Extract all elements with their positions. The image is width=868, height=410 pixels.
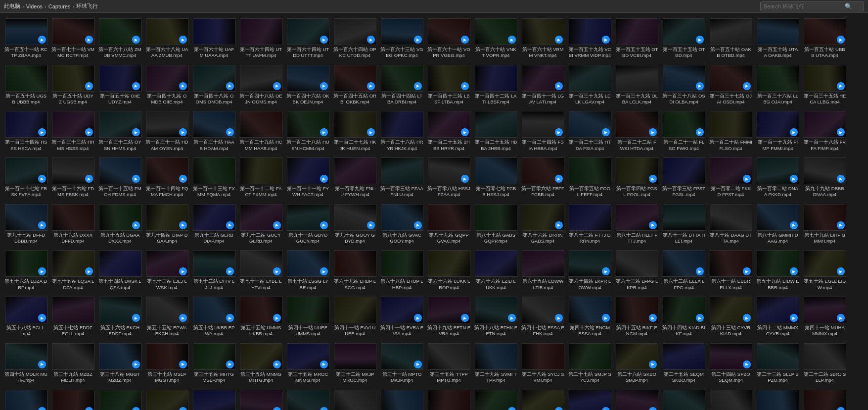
file-item[interactable]: ▶ 第一百三十二站 OYSN HHMS.mp4	[97, 108, 143, 154]
search-box[interactable]: 🔍	[760, 1, 864, 11]
file-item[interactable]: 第十三站 WSSS WIII.mp4	[379, 387, 425, 410]
file-item[interactable]: ▶ 第九十九站 DBBB DNAA.mp4	[802, 155, 848, 201]
file-item[interactable]: ▶ 第一百二十五站 2HBB HRYR.mp4	[426, 108, 472, 154]
file-item[interactable]: ▶ 第一百一十八站 FVFA FIMP.mp4	[802, 108, 848, 154]
file-item[interactable]: ▶ 第一百二十七站 HKJK HUEN.mp4	[332, 108, 378, 154]
file-item[interactable]: ▶ 第四十八站 EFHK EETN.mp4	[473, 294, 519, 340]
file-item[interactable]: ▶ 第一百二十四站 FSIA HBBA.mp4	[520, 108, 566, 154]
file-item[interactable]: 第一百三十六站 LLBG OJAI.mp4	[755, 62, 801, 108]
file-item[interactable]: 第六十三站 LFPG LKPR.mp4	[614, 248, 660, 293]
file-item[interactable]: 第六十六站 LZIB LUKK.mp4	[473, 248, 519, 293]
file-item[interactable]: ▶ 第一百七十一站 VMMC RCTP.mp4	[50, 16, 96, 61]
file-item[interactable]: 第八十三站 FTTJ DRRN.mp4	[567, 202, 613, 247]
file-item[interactable]: ▶ 第五十五站 UMMS UKBB.mp4	[238, 294, 284, 340]
file-item[interactable]: 第二十五站 SEQM SKBO.mp4	[661, 341, 707, 386]
file-item[interactable]: ▶ 第十九站 SAEZ SUMU.mp4	[97, 387, 143, 410]
file-item[interactable]: ▶ 第一百零八站 HSSJ FZAA.mp4	[426, 155, 472, 201]
file-item[interactable]: 第一百五十五站 OTBD VCBI.mp4	[614, 16, 660, 61]
file-item[interactable]: ▶ 第五十八站 EGLL.mp4	[3, 294, 49, 340]
file-item[interactable]: ▶ 第一百三十三站 HHMS HSSS.mp4	[50, 108, 96, 154]
file-item[interactable]: ▶ 第一百五十五站 OTBD.mp4	[661, 16, 707, 61]
file-item[interactable]: 第六十八站 LROP LHBP.mp4	[379, 248, 425, 293]
breadcrumb[interactable]: 此电脑 › Videos › Captures › 环球飞行	[4, 2, 757, 10]
file-item[interactable]: ▶ 第一百五十站 UDYZ UGSB.mp4	[50, 62, 96, 108]
breadcrumb-pc[interactable]: 此电脑	[4, 2, 20, 10]
file-item[interactable]: ▶ 第一百四十六站 OKBK OEJN.mp4	[285, 62, 331, 108]
file-item[interactable]: 第四十一站 UUEE UMMS.mp4	[285, 294, 331, 340]
file-item[interactable]: 第八十站 DAAG DTTA.mp4	[708, 202, 754, 247]
file-item[interactable]: 第二十九站 SVMI TTPP.mp4	[473, 341, 519, 386]
file-item[interactable]: 第一百二十五站 HBBA 2HBB.mp4	[473, 108, 519, 154]
file-item[interactable]: 第二十二站 SBRJ SLLP.mp4	[802, 341, 848, 386]
file-item[interactable]: ▶ 第十五站 WPDL YMML.mp4	[285, 387, 331, 410]
file-item[interactable]: ▶ 第九站 VDPP RPLL.mp4	[567, 387, 613, 410]
file-item[interactable]: ▶ 第四十六站 ENGM ESSA.mp4	[567, 294, 613, 340]
search-icon[interactable]: 🔍	[845, 3, 852, 10]
file-item[interactable]: ▶ 第九十站 GOOY GBYD.mp4	[332, 202, 378, 247]
file-item[interactable]: 第二十八站 SYCJ SVMI.mp4	[520, 341, 566, 386]
file-item[interactable]: ▶ 第一百一十九站 FIMP FMMI.mp4	[755, 108, 801, 154]
file-item[interactable]: ▶ 第一百六十一站 VOPR VGEG.mp4	[426, 16, 472, 61]
file-item[interactable]: ▶ 第一百六十三站 VGEG OPKC.mp4	[379, 16, 425, 61]
file-item[interactable]: 第十四站 WIII WPDL.mp4	[332, 387, 378, 410]
file-item[interactable]: ▶ 第二十一站 SGAS SBRJ.mp4	[3, 387, 49, 410]
file-item[interactable]: 第六十五站 LOWW LZIB.mp4	[520, 248, 566, 293]
file-item[interactable]: ▶ 第一百六十站 VRMM VNKT.mp4	[520, 16, 566, 61]
file-item[interactable]: ▶ 第十六站 YMML NZWN.mp4	[238, 387, 284, 410]
file-item[interactable]: ▶ 第一百三十四站 HSSS HECA.mp4	[3, 108, 49, 154]
file-item[interactable]: ▶ 第一百六十八站 ZMUB VMMC.mp4	[97, 16, 143, 61]
file-item[interactable]: ▶ 第八十九站 GVAC GOOY.mp4	[379, 202, 425, 247]
file-item[interactable]: 第八十七站 GABS GQPP.mp4	[473, 202, 519, 247]
file-item[interactable]: 第一百一十二站 FACT FXMM.mp4	[238, 155, 284, 201]
file-item[interactable]: ▶ 第一百二十八站 HUEN HCMM.mp4	[285, 108, 331, 154]
file-item[interactable]: ▶ 第一百四十八站 OEJN OOMS.mp4	[238, 62, 284, 108]
file-item[interactable]: ▶ 第一百二十三站 HTDA FSIA.mp4	[567, 108, 613, 154]
file-item[interactable]: ▶ 第三十七站 MSLP MGGT.mp4	[144, 341, 190, 386]
file-item[interactable]: ▶ 第一百三十五站 HECA LLBG.mp4	[802, 62, 848, 108]
file-item[interactable]: 第八十九站 GQPP GVAC.mp4	[426, 202, 472, 247]
file-item[interactable]: ▶ 第九十七站 DFFD DBBB.mp4	[3, 202, 49, 247]
file-item[interactable]: 第三十九站 MZBZ MDLR.mp4	[50, 341, 96, 386]
file-item[interactable]: ▶ 第六十一站 EBBR ELLX.mp4	[708, 248, 754, 293]
file-item[interactable]: 第六站 VVNB VTBS.mp4	[661, 387, 707, 410]
file-item[interactable]: ▶ 第一百三十八站 OSDI OLBA.mp4	[661, 62, 707, 108]
file-item[interactable]: 第十二站 WBSB WSSS.mp4	[426, 387, 472, 410]
file-item[interactable]: 第一百零五站 FOOL FEFF.mp4	[567, 155, 613, 201]
file-item[interactable]: ▶ 第一百一十五站 FMCH FDMS.mp4	[97, 155, 143, 201]
file-item[interactable]: 第一百零九站 FNLU FYWH.mp4	[332, 155, 378, 201]
file-item[interactable]: 第一百二十九站 HCMM HAAB.mp4	[238, 108, 284, 154]
file-item[interactable]: 第一百四十二站 LATI LBSF.mp4	[473, 62, 519, 108]
file-item[interactable]: ▶ 第六十二站 ELLX LFPG.mp4	[661, 248, 707, 293]
file-item[interactable]: ▶ 第十一站 WMKK WBSB.mp4	[473, 387, 519, 410]
file-item[interactable]: 第一百二十站 FMMI FLSO.mp4	[708, 108, 754, 154]
breadcrumb-captures[interactable]: Captures	[48, 3, 71, 9]
file-item[interactable]: ▶ 第四十一站 EVRA EVVI.mp4	[379, 294, 425, 340]
file-item[interactable]: ▶ 第七十六站 LDZA LIRF.mp4	[3, 248, 49, 293]
file-item[interactable]: ▶ 第一百二十二站 FWKI HTDA.mp4	[614, 108, 660, 154]
file-item[interactable]: ▶ 第二十站 SUMU SGAS.mp4	[50, 387, 96, 410]
file-item[interactable]: 第二十三站 SLLP SPZO.mp4	[755, 341, 801, 386]
file-item[interactable]: ▶ 第一百零四站 FGSL FOOL.mp4	[614, 155, 660, 201]
file-item[interactable]: 第一百零七站 FCBB HSSJ.mp4	[473, 155, 519, 201]
file-item[interactable]: ▶ 第四十三站 CYVR KIAD.mp4	[708, 294, 754, 340]
file-item[interactable]: ▶ 第一百五十一站 RCTP ZBAA.mp4	[3, 16, 49, 61]
file-item[interactable]: ▶ 第七十五站 LQSA LDZA.mp4	[50, 248, 96, 293]
file-item[interactable]: ▶ 第一百四十三站 LBSF LTBA.mp4	[426, 62, 472, 108]
file-item[interactable]: ▶ 第四十站 MDLR MUHA.mp4	[3, 341, 49, 386]
file-item[interactable]: ▶ 第六十四站 LKPR LOWW.mp4	[567, 248, 613, 293]
file-item[interactable]: 第六十六站 LUKK LROP.mp4	[426, 248, 472, 293]
file-item[interactable]: 第四站 RJTT VYYY.mp4	[755, 387, 801, 410]
file-item[interactable]: ▶ 第四十九站 EETN EVRA.mp4	[426, 294, 472, 340]
file-item[interactable]: ▶ 第三站 ZKPY RJTT.mp4	[802, 387, 848, 410]
breadcrumb-videos[interactable]: Videos	[26, 3, 43, 9]
file-item[interactable]: 第一百三十九站 LCLK LGAV.mp4	[567, 62, 613, 108]
file-item[interactable]: ▶ 第二十四站 SPZO SEQM.mp4	[708, 341, 754, 386]
file-item[interactable]: 第一百零三站 FZAA FNLU.mp4	[379, 155, 425, 201]
file-item[interactable]: ▶ 第一百零二站 FKKD FPST.mp4	[708, 155, 754, 201]
file-item[interactable]: 第一百三十九站 OLBA LCLK.mp4	[614, 62, 660, 108]
file-item[interactable]: ▶ 第二十六站 SKBO SMJP.mp4	[614, 341, 660, 386]
file-item[interactable]: 第一百五十站 UTAA OAKB.mp4	[755, 16, 801, 61]
file-item[interactable]: 第二十七站 SMJP SYCJ.mp4	[567, 341, 613, 386]
file-item[interactable]: ▶ 第一百四十四站 LTBA ORBI.mp4	[379, 62, 425, 108]
file-item[interactable]: ▶ 第一百五十九站 VCBI VRMM VIDP.mp4	[567, 16, 613, 61]
